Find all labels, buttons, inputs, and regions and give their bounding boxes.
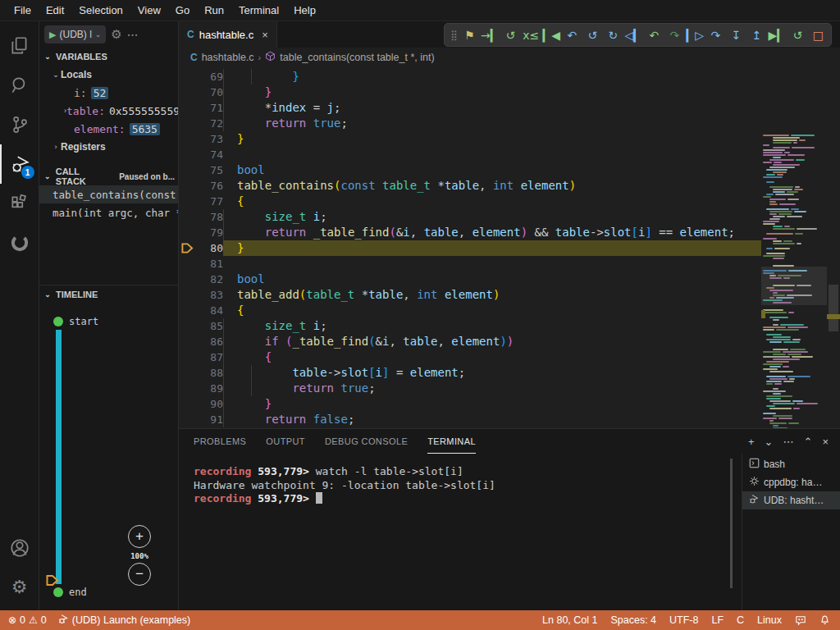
start-debug-icon[interactable]: ▶ (49, 30, 56, 40)
configure-gear-icon[interactable]: ⚙ (111, 27, 121, 42)
terminal-instance-udb[interactable]: UDB: hasht… (742, 491, 840, 509)
gutter[interactable] (179, 178, 197, 194)
exec-to-x-icon[interactable]: x≤ (521, 25, 541, 45)
feedback-icon[interactable] (795, 615, 806, 626)
terminal-instance-bash[interactable]: bash (742, 455, 840, 473)
menu-go[interactable]: Go (168, 0, 197, 21)
status-ln-80-col-1[interactable]: Ln 80, Col 1 (542, 614, 597, 626)
gutter[interactable] (179, 318, 197, 334)
search-icon[interactable] (0, 66, 39, 105)
manage-gear-icon[interactable]: ⚙ (0, 568, 39, 607)
menu-run[interactable]: Run (197, 0, 231, 21)
variable-element[interactable]: element:5635 (39, 120, 178, 138)
gutter[interactable] (179, 131, 197, 147)
gutter[interactable] (179, 334, 197, 349)
gutter[interactable] (179, 147, 197, 162)
step-back-icon[interactable]: ◁▎ (623, 25, 644, 45)
timeline-zoom-in-button[interactable]: + (128, 525, 151, 548)
variables-section-header[interactable]: ⌄ VARIABLES (39, 48, 178, 66)
panel-tab-terminal[interactable]: TERMINAL (427, 429, 476, 454)
variables-group-locals[interactable]: ⌄Locals (39, 66, 178, 84)
gutter[interactable] (179, 194, 197, 209)
bell-icon[interactable] (819, 614, 830, 626)
tab-hashtable-c[interactable]: C hashtable.c × (179, 21, 277, 48)
gutter[interactable] (179, 412, 197, 427)
code-editor[interactable]: 69 }70 }71 *index = j;72 return true;73}… (179, 67, 840, 428)
new-terminal-icon[interactable]: + (748, 436, 755, 448)
gutter[interactable] (179, 225, 197, 240)
continue-icon[interactable]: ▎▷ (685, 25, 705, 45)
step-out-icon[interactable]: ↥ (746, 25, 767, 45)
editor-scrollbar[interactable] (827, 135, 840, 428)
problems-status[interactable]: ⊗ 0 ⚠ 0 (8, 614, 47, 626)
gutter[interactable] (179, 303, 197, 318)
reverse-step-into-icon[interactable]: ↺ (582, 25, 603, 45)
breadcrumb[interactable]: C hashtable.c › table_contains(const tab… (179, 48, 840, 67)
status-spaces-4[interactable]: Spaces: 4 (610, 614, 656, 626)
close-panel-icon[interactable]: × (822, 436, 829, 448)
source-control-icon[interactable] (0, 105, 39, 144)
debug-session-status[interactable]: (UDB) Launch (examples) (58, 614, 191, 627)
reverse-step-over-icon[interactable]: ↶ (562, 25, 582, 45)
run-and-debug-icon[interactable]: 1 (0, 144, 39, 184)
gutter[interactable] (179, 256, 197, 272)
menu-help[interactable]: Help (286, 0, 323, 21)
menu-terminal[interactable]: Terminal (231, 0, 286, 21)
stack-frame[interactable]: main(int argc, char ** (39, 203, 178, 221)
reverse-step-out-icon[interactable]: ↻ (603, 25, 623, 45)
minimap[interactable] (761, 135, 827, 428)
views-more-icon[interactable]: ⋯ (127, 28, 139, 41)
reverse-continue-icon[interactable]: ▎◀ (541, 25, 562, 45)
extensions-icon[interactable] (0, 184, 39, 223)
add-bookmark-icon[interactable]: ⚑ (459, 25, 480, 45)
maximize-panel-icon[interactable]: ⌃ (804, 436, 813, 448)
step-over-icon[interactable]: ↷ (705, 25, 726, 45)
timeline-bar[interactable] (56, 330, 62, 584)
gutter[interactable] (179, 209, 197, 225)
panel-tab-debug-console[interactable]: DEBUG CONSOLE (325, 429, 408, 454)
gutter[interactable] (179, 396, 197, 412)
gutter[interactable] (179, 287, 197, 303)
undo-timeline-icon[interactable]: ↺ (500, 25, 521, 45)
gutter[interactable] (179, 100, 197, 116)
timeline-zoom-out-button[interactable]: − (128, 563, 151, 586)
scrollbar-thumb[interactable] (829, 285, 838, 331)
status-utf-8[interactable]: UTF-8 (669, 614, 698, 626)
terminal-output[interactable]: recording 593,779> watch -l table->slot[… (194, 465, 728, 610)
close-icon[interactable]: × (262, 29, 268, 41)
stack-frame[interactable]: table_contains(const t (39, 185, 178, 203)
menu-view[interactable]: View (130, 0, 168, 21)
stop-icon[interactable]: □ (808, 25, 829, 45)
variable-table[interactable]: ›table:0x5555555592… (39, 102, 178, 120)
status-c[interactable]: C (737, 614, 744, 626)
minimap-viewport[interactable] (761, 267, 827, 305)
step-into-icon[interactable]: ↧ (726, 25, 746, 45)
terminal-scrollbar[interactable] (730, 459, 733, 588)
restart-icon[interactable]: ↺ (788, 25, 808, 45)
terminal-dropdown-icon[interactable]: ⌄ (765, 436, 774, 448)
gutter[interactable] (179, 162, 197, 178)
account-icon[interactable] (0, 528, 39, 568)
more-actions-icon[interactable]: ⋯ (783, 436, 794, 448)
menu-file[interactable]: File (7, 0, 39, 21)
panel-tab-output[interactable]: OUTPUT (266, 429, 305, 454)
run-to-line-icon[interactable]: →▎ (480, 25, 500, 45)
terminal-instance-cppdbg[interactable]: cppdbg: ha… (742, 473, 840, 491)
gutter[interactable] (179, 272, 197, 287)
panel-tab-problems[interactable]: PROBLEMS (194, 429, 246, 454)
gutter[interactable] (179, 365, 197, 381)
drag-grip-icon[interactable]: ⣿ (447, 30, 459, 41)
variables-group-registers[interactable]: ›Registers (39, 138, 178, 156)
gutter[interactable] (179, 84, 197, 100)
menu-selection[interactable]: Selection (71, 0, 130, 21)
undo-icon[interactable]: ↶ (644, 25, 664, 45)
variable-i[interactable]: i:52 (39, 84, 178, 102)
explorer-icon[interactable] (0, 26, 39, 66)
redo-icon[interactable]: ↷ (664, 25, 685, 45)
gutter[interactable] (179, 381, 197, 396)
launch-config-select[interactable]: ▶ (UDB) l ⌄ (44, 25, 106, 43)
status-linux[interactable]: Linux (757, 614, 782, 626)
status-lf[interactable]: LF (711, 614, 724, 626)
menu-edit[interactable]: Edit (39, 0, 71, 21)
gutter[interactable] (179, 69, 197, 84)
